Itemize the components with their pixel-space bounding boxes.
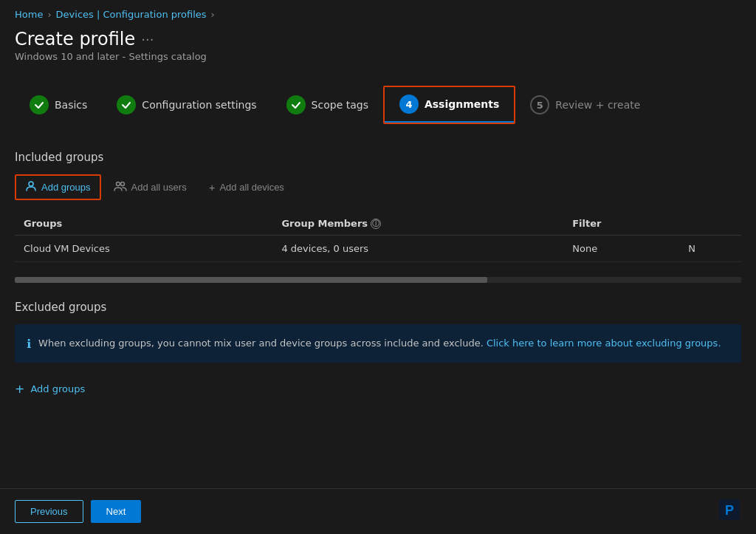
step-4-label: Assignments (425, 98, 499, 110)
step-scope-tags[interactable]: Scope tags (272, 88, 383, 122)
svg-point-2 (120, 182, 124, 186)
active-step-underline (385, 121, 514, 123)
breadcrumb: Home › Devices | Configuration profiles … (0, 0, 756, 26)
step-5-label: Review + create (555, 99, 640, 111)
add-groups-label: Add groups (41, 182, 91, 193)
add-all-users-label: Add all users (131, 182, 187, 193)
next-button[interactable]: Next (91, 500, 142, 523)
group-members-info-icon[interactable]: ⓘ (371, 219, 381, 229)
add-excluded-plus-icon: + (15, 382, 24, 396)
page-title: Create profile (15, 29, 135, 49)
add-all-users-icon (114, 180, 127, 194)
horizontal-scrollbar[interactable] (15, 277, 741, 283)
checkmark-icon (34, 100, 44, 110)
row-group-members: 4 devices, 0 users (272, 236, 563, 262)
excluded-groups-link[interactable]: Click here to learn more about excluding… (487, 338, 721, 349)
logo-icon: P (718, 498, 741, 521)
row-extra: N (679, 236, 741, 262)
checkmark-icon-3 (291, 100, 301, 110)
add-excluded-groups-button[interactable]: + Add groups (15, 377, 741, 400)
step-4-circle: 4 (399, 95, 419, 114)
step-3-circle (286, 95, 306, 114)
col-extra (679, 212, 741, 236)
row-filter: None (563, 236, 679, 262)
people-icon (114, 180, 127, 192)
page-subtitle: Windows 10 and later - Settings catalog (15, 51, 741, 62)
add-groups-icon (25, 180, 37, 194)
step-1-circle (30, 95, 49, 114)
main-content: Included groups Add groups (0, 136, 756, 427)
wizard-steps: Basics Configuration settings Scope tags… (0, 74, 756, 136)
step-assignments[interactable]: 4 Assignments (383, 86, 515, 124)
col-filter: Filter (563, 212, 679, 236)
add-all-users-button[interactable]: Add all users (104, 175, 196, 199)
info-box-icon: ℹ (27, 337, 31, 351)
add-all-devices-label: Add all devices (219, 182, 284, 193)
app-logo: P (718, 498, 741, 525)
svg-text:P: P (725, 503, 734, 518)
breadcrumb-devices[interactable]: Devices | Configuration profiles (56, 9, 207, 20)
excluded-groups-info-box: ℹ When excluding groups, you cannot mix … (15, 324, 741, 363)
breadcrumb-sep-1: › (47, 9, 51, 20)
included-groups-title: Included groups (15, 151, 741, 164)
checkmark-icon-2 (121, 100, 131, 110)
add-excluded-label: Add groups (30, 383, 85, 394)
scrollbar-thumb[interactable] (15, 277, 487, 283)
footer: Previous Next P (0, 488, 756, 534)
previous-button[interactable]: Previous (15, 500, 83, 523)
step-5-circle: 5 (530, 95, 549, 114)
step-3-label: Scope tags (312, 99, 368, 111)
step-review-create[interactable]: 5 Review + create (515, 88, 655, 122)
step-2-label: Configuration settings (142, 99, 256, 111)
col-groups: Groups (15, 212, 272, 236)
step-2-circle (117, 95, 136, 114)
excluded-groups-title: Excluded groups (15, 301, 741, 314)
step-basics[interactable]: Basics (15, 88, 102, 122)
person-icon (25, 180, 37, 192)
row-groups: Cloud VM Devices (15, 236, 272, 262)
col-group-members: Group Members ⓘ (272, 212, 563, 236)
more-options-icon[interactable]: ··· (141, 32, 154, 47)
page-header: Create profile ··· Windows 10 and later … (0, 26, 756, 74)
step-config-settings[interactable]: Configuration settings (102, 88, 271, 122)
action-buttons: Add groups Add all users + Add all devic… (15, 174, 741, 200)
excluded-groups-section: Excluded groups ℹ When excluding groups,… (15, 301, 741, 400)
svg-point-1 (116, 182, 120, 186)
breadcrumb-home[interactable]: Home (15, 9, 43, 20)
table-row: Cloud VM Devices 4 devices, 0 users None… (15, 236, 741, 262)
add-all-devices-button[interactable]: + Add all devices (199, 176, 294, 199)
breadcrumb-sep-2: › (211, 9, 215, 20)
add-groups-button[interactable]: Add groups (15, 174, 101, 200)
included-groups-table: Groups Group Members ⓘ Filter Cloud VM (15, 212, 741, 262)
add-all-devices-icon: + (209, 181, 216, 194)
svg-point-0 (29, 182, 33, 186)
step-1-label: Basics (55, 99, 87, 111)
info-box-content: When excluding groups, you cannot mix us… (38, 336, 721, 351)
